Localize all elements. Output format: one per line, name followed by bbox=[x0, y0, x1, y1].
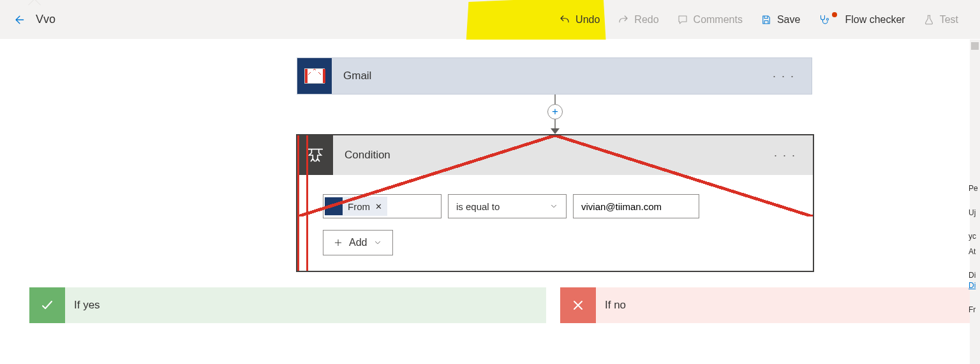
condition-row: From ✕ is equal to bbox=[323, 194, 787, 218]
comments-button[interactable]: Comments bbox=[668, 0, 752, 39]
trigger-card-gmail[interactable]: Gmail · · · bbox=[297, 57, 812, 95]
comment-icon bbox=[677, 14, 688, 26]
test-label: Test bbox=[940, 14, 958, 26]
flow-checker-button[interactable]: Flow checker bbox=[809, 0, 914, 39]
branch-no-header: If no bbox=[560, 287, 980, 323]
trigger-title: Gmail bbox=[332, 70, 371, 82]
flask-icon bbox=[923, 14, 935, 26]
flow-title[interactable]: Vvo bbox=[36, 13, 56, 26]
peek-text: yc bbox=[969, 232, 980, 242]
side-panel-cropped: Pe Uj yc At Di Di Fr bbox=[969, 179, 980, 329]
test-button[interactable]: Test bbox=[914, 0, 967, 39]
peek-text: At bbox=[969, 247, 980, 257]
arrow-down-icon bbox=[551, 128, 560, 134]
back-button[interactable]: Vvo bbox=[6, 9, 62, 30]
connector: + bbox=[551, 95, 559, 134]
branch-yes-header: If yes bbox=[29, 287, 546, 323]
peek-text: Di bbox=[969, 271, 980, 281]
gmail-icon bbox=[304, 68, 325, 84]
condition-left-operand[interactable]: From ✕ bbox=[323, 194, 442, 218]
add-step-button[interactable]: + bbox=[547, 104, 563, 119]
redo-label: Redo bbox=[634, 14, 658, 26]
branch-no-title: If no bbox=[596, 299, 626, 312]
undo-icon bbox=[559, 14, 570, 26]
save-label: Save bbox=[777, 14, 800, 26]
alert-dot-icon bbox=[832, 12, 837, 17]
toolbar: Undo Redo Comments Save Flow checker bbox=[550, 0, 967, 39]
peek-link[interactable]: Di bbox=[969, 281, 980, 291]
gmail-connector-icon bbox=[297, 58, 332, 94]
connector-line bbox=[554, 95, 556, 104]
close-icon bbox=[560, 287, 596, 323]
scrollbar-thumb[interactable] bbox=[971, 42, 979, 50]
undo-label: Undo bbox=[575, 14, 600, 26]
save-button[interactable]: Save bbox=[752, 0, 809, 39]
save-icon bbox=[761, 14, 772, 26]
command-bar: Vvo Undo Redo Comments Save bbox=[0, 0, 980, 40]
arrow-left-icon bbox=[13, 13, 26, 26]
peek-text: Uj bbox=[969, 208, 980, 218]
condition-body: From ✕ is equal to Add bbox=[297, 175, 813, 271]
flow-checker-label: Flow checker bbox=[845, 14, 905, 26]
peek-text: Pe bbox=[969, 184, 980, 194]
gmail-icon bbox=[325, 197, 343, 215]
flow-canvas[interactable]: Gmail · · · + Condition · · · bbox=[0, 40, 980, 364]
branch-if-yes[interactable]: If yes bbox=[29, 287, 546, 364]
check-icon bbox=[29, 287, 65, 323]
dynamic-token-from[interactable]: From ✕ bbox=[325, 197, 387, 216]
breadcrumb-pointer bbox=[28, 0, 41, 6]
branch-if-no[interactable]: If no bbox=[560, 287, 980, 364]
peek-text: Fr bbox=[969, 305, 980, 315]
branch-yes-title: If yes bbox=[65, 299, 100, 312]
stethoscope-icon bbox=[818, 14, 829, 26]
connector-line bbox=[554, 119, 556, 129]
comments-label: Comments bbox=[694, 14, 743, 26]
trigger-menu-button[interactable]: · · · bbox=[768, 67, 800, 86]
redo-icon bbox=[618, 14, 629, 26]
condition-card[interactable]: Condition · · · From ✕ is equal to bbox=[296, 134, 814, 272]
redo-button[interactable]: Redo bbox=[609, 0, 667, 39]
undo-button[interactable]: Undo bbox=[550, 0, 609, 39]
